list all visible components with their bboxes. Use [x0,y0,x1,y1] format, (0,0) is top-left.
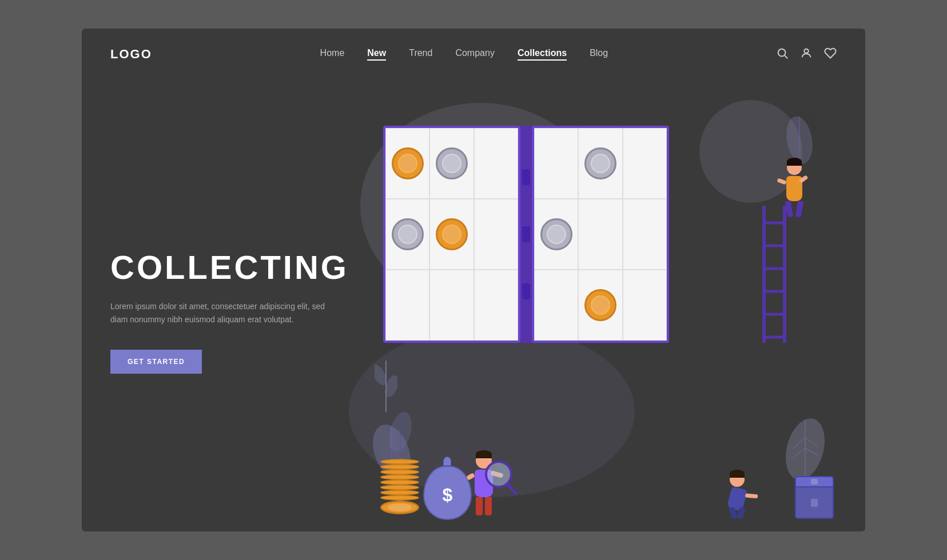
grid-panel-left [383,126,520,343]
page-wrapper: LOGO Home New Trend Company Collections … [82,29,865,531]
char-arm-right [745,493,758,498]
heart-icon[interactable] [824,47,837,62]
char-hair [730,470,745,478]
nav-link-collections[interactable]: Collections [518,48,567,61]
hero-title: COLLECTING [110,249,349,286]
grid-cell-empty [623,128,667,199]
grid-cell [534,199,578,270]
nav-links: Home New Trend Company Collections Blog [320,48,608,61]
grid-cell-empty [534,270,578,341]
grid-cell [385,199,429,270]
coin-silver [540,218,572,250]
illustration-area: $ [349,91,837,531]
nav-icons [776,47,837,62]
coin-silver [436,147,468,179]
hinge-piece [522,169,530,185]
grid-cell [429,128,474,199]
chest-body [795,487,834,519]
search-icon[interactable] [776,47,789,62]
nav-link-blog[interactable]: Blog [590,48,608,58]
nav-item-home[interactable]: Home [320,48,345,61]
grid-cell [385,128,429,199]
treasure-chest [795,476,834,519]
main-content: COLLECTING Lorem ipsum dolor sit amet, c… [82,80,865,531]
nav-link-trend[interactable]: Trend [409,48,432,58]
char-legs [786,201,802,217]
char-hair [787,158,802,166]
magnifying-glass [482,458,519,501]
chest-lid [795,476,834,487]
grid-cell-empty [474,199,518,270]
grid-cell-empty [578,199,622,270]
chest-lock [811,499,818,507]
nav-item-new[interactable]: New [367,48,386,61]
hinge-piece [522,283,530,299]
svg-line-23 [508,485,516,494]
grid-cell [429,199,474,270]
character-ladder [786,160,802,217]
navbar: LOGO Home New Trend Company Collections … [82,29,865,80]
char-torso-orange [786,176,802,201]
svg-point-0 [778,49,786,56]
grid-cell-empty [623,199,667,270]
nav-link-new[interactable]: New [367,48,386,61]
character-magnify [475,453,493,515]
grid-cell [578,270,622,341]
coin-top [380,501,419,514]
grid-board [383,126,669,343]
bag-body: $ [423,466,472,520]
dollar-sign: $ [443,485,453,506]
grid-cell-empty [474,128,518,199]
coin-stack-item [380,495,419,501]
ladder [761,206,788,343]
twig-left [375,358,397,417]
grid-cell-empty [474,270,518,341]
svg-line-1 [785,55,787,58]
coins-stack [380,459,419,514]
char-head [787,160,802,175]
nav-link-home[interactable]: Home [320,48,345,58]
char-head [730,472,745,487]
hinge-piece [522,226,530,242]
grid-cell-empty [534,128,578,199]
grid-cell-empty [623,270,667,341]
nav-item-company[interactable]: Company [455,48,494,61]
grid-cell-empty [385,270,429,341]
grid-panel-right [532,126,669,343]
char-hair [476,450,492,458]
nav-link-company[interactable]: Company [455,48,494,58]
svg-point-22 [486,462,511,487]
get-started-button[interactable]: GET STARTED [110,350,202,374]
chest-lock-top [811,479,818,485]
char-leg-right [795,201,804,217]
leaf-right-1 [777,415,834,486]
grid-cell-empty [429,270,474,341]
grid-cell [578,128,622,199]
user-icon[interactable] [800,47,813,62]
char-leg-left [785,201,794,217]
hero-description: Lorem ipsum dolor sit amet, consectetuer… [110,300,328,327]
coin-gold [436,218,468,250]
bag-neck [443,457,451,466]
nav-item-collections[interactable]: Collections [518,48,567,61]
nav-item-trend[interactable]: Trend [409,48,432,61]
logo[interactable]: LOGO [110,47,152,62]
character-crouch [729,472,745,519]
coin-silver [392,218,424,250]
svg-point-2 [804,49,808,53]
nav-item-blog[interactable]: Blog [590,48,608,61]
coin-silver [584,147,616,179]
left-side: COLLECTING Lorem ipsum dolor sit amet, c… [110,249,349,374]
money-bag: $ [423,457,472,520]
char-arm-right [798,175,808,183]
hinge [520,126,532,343]
coin-gold [392,147,424,179]
coin-gold [584,289,616,321]
